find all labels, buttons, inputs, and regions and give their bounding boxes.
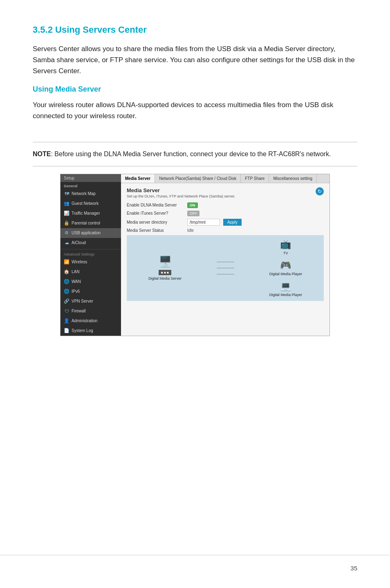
sidebar-item-vpn-server[interactable]: 🔗 VPN Server — [61, 296, 121, 306]
diagram-device-tv: 📺 TV — [280, 239, 291, 255]
itunes-toggle[interactable]: OFF — [187, 211, 199, 216]
sidebar-item-wireless[interactable]: 📶 Wireless — [61, 257, 121, 267]
note-text: NOTE: Before using the DLNA Media Server… — [33, 149, 357, 159]
note-box: NOTE: Before using the DLNA Media Server… — [33, 142, 357, 166]
media-player-1-label: Digital Media Player — [269, 272, 302, 276]
server-device-icon: 🖥️ — [159, 255, 172, 267]
diagram-left-device: 🖥️ ■ ■ ■ Digital Media Server — [148, 255, 182, 281]
sidebar-item-label: Firewall — [72, 309, 85, 313]
status-value: Idle — [187, 228, 194, 233]
page-number: 35 — [350, 565, 357, 572]
wireless-icon: 📶 — [64, 259, 69, 265]
directory-input[interactable] — [187, 219, 220, 226]
tab-samba-share[interactable]: Network Place(Samba) Share / Cloud Disk — [155, 174, 241, 183]
status-label: Media Server Status — [127, 228, 184, 233]
sidebar-item-traffic-manager[interactable]: 📊 Traffic Manager — [61, 209, 121, 218]
left-device-label: Digital Media Server — [148, 276, 182, 281]
bottom-rule — [0, 555, 390, 555]
sidebar-item-label: Traffic Manager — [72, 211, 100, 215]
sidebar-item-usb-application[interactable]: ⚙ USB application — [61, 228, 121, 238]
dlna-toggle[interactable]: ON — [187, 202, 198, 208]
tv-label: TV — [283, 251, 288, 255]
sidebar-divider — [61, 249, 121, 249]
itunes-label: Enable iTunes Server? — [127, 211, 184, 215]
administration-icon: 👤 — [64, 318, 69, 324]
dlna-form-row: Enable DLNA Media Server ON — [127, 202, 324, 208]
sidebar-item-label: AiCloud — [72, 240, 86, 245]
sidebar-general-group: General — [61, 182, 121, 189]
tab-media-server[interactable]: Media Server — [121, 174, 155, 183]
sidebar-setup-label: Setup — [61, 174, 121, 182]
network-map-icon: 🗺 — [64, 191, 69, 197]
directory-form-row: Media server directory Apply — [127, 219, 324, 226]
usb-application-icon: ⚙ — [64, 230, 69, 236]
sidebar-item-firewall[interactable]: 🛡 Firewall — [61, 306, 121, 316]
dlna-label: Enable DLNA Media Server — [127, 203, 184, 207]
parental-control-icon: 🔒 — [64, 220, 69, 226]
sidebar-item-label: Network Map — [72, 191, 96, 196]
refresh-button[interactable]: ↻ — [316, 187, 324, 195]
using-media-server-heading: Using Media Server — [33, 85, 357, 94]
sidebar-item-parental-control[interactable]: 🔒 Parental control — [61, 218, 121, 228]
sidebar-item-aicloud[interactable]: ☁ AiCloud — [61, 238, 121, 248]
system-log-icon: 📄 — [64, 328, 69, 334]
media-player-1-icon: 🎮 — [280, 260, 291, 271]
sidebar-item-network-map[interactable]: 🗺 Network Map — [61, 189, 121, 199]
note-label: NOTE — [33, 150, 51, 157]
panel-title: Media Server — [127, 187, 235, 193]
sidebar-item-label: Wireless — [72, 260, 87, 264]
sidebar-item-wan[interactable]: 🌐 WAN — [61, 277, 121, 287]
status-form-row: Media Server Status Idle — [127, 228, 324, 233]
vpn-icon: 🔗 — [64, 298, 69, 304]
sidebar-item-guest-network[interactable]: 👥 Guest Network — [61, 199, 121, 209]
router-ui-screenshot: Setup General 🗺 Network Map 👥 Guest Netw… — [60, 174, 330, 336]
diagram-right-devices: 📺 TV 🎮 Digital Media Player 💻 Digital Me… — [269, 239, 302, 297]
panel-subtitle: Set up the DLNA, iTunes, FTP and Network… — [127, 194, 235, 198]
wan-icon: 🌐 — [64, 279, 69, 285]
aicloud-icon: ☁ — [64, 240, 69, 246]
sidebar-item-label: VPN Server — [72, 299, 93, 303]
traffic-manager-icon: 📊 — [64, 211, 69, 216]
lan-icon: 🏠 — [64, 269, 69, 275]
sidebar-item-label: IPv6 — [72, 289, 80, 294]
tab-ftp-share[interactable]: FTP Share — [241, 174, 269, 183]
sidebar-item-label: System Log — [72, 328, 93, 333]
guest-network-icon: 👥 — [64, 201, 69, 206]
sidebar-item-label: LAN — [72, 269, 79, 274]
sidebar-item-label: Administration — [72, 319, 97, 323]
main-content: Media Server Network Place(Samba) Share … — [121, 174, 329, 336]
tv-icon: 📺 — [280, 239, 291, 250]
sidebar-item-system-log[interactable]: 📄 System Log — [61, 326, 121, 336]
section-title: 3.5.2 Using Servers Center — [33, 25, 357, 35]
sidebar: Setup General 🗺 Network Map 👥 Guest Netw… — [61, 174, 121, 336]
media-player-2-label: Digital Media Player — [269, 293, 302, 297]
sidebar-item-label: Guest Network — [72, 201, 99, 206]
ipv6-icon: 🌐 — [64, 289, 69, 294]
firewall-icon: 🛡 — [64, 308, 69, 314]
itunes-form-row: Enable iTunes Server? OFF — [127, 211, 324, 216]
diagram-device-media-player-1: 🎮 Digital Media Player — [269, 260, 302, 276]
note-content: : Before using the DLNA Media Server fun… — [51, 150, 331, 157]
sidebar-item-administration[interactable]: 👤 Administration — [61, 316, 121, 326]
diagram-area: 🖥️ ■ ■ ■ Digital Media Server ────── ───… — [127, 235, 324, 301]
directory-label: Media server directory — [127, 220, 184, 224]
sidebar-item-label: USB application — [72, 231, 101, 235]
diagram-device-media-player-2: 💻 Digital Media Player — [269, 281, 302, 297]
sidebar-item-label: WAN — [72, 279, 81, 284]
apply-button[interactable]: Apply — [223, 219, 242, 226]
media-server-panel: Media Server Set up the DLNA, iTunes, FT… — [121, 183, 329, 305]
server-label-bar: ■ ■ ■ — [161, 271, 169, 274]
sidebar-item-ipv6[interactable]: 🌐 IPv6 — [61, 287, 121, 296]
connection-lines: ────── ────── ────── — [217, 260, 234, 276]
sub-paragraph: Your wireless router allows DLNA-support… — [33, 99, 357, 121]
media-player-2-icon: 💻 — [280, 281, 291, 292]
sidebar-item-label: Parental control — [72, 221, 100, 225]
sidebar-item-lan[interactable]: 🏠 LAN — [61, 267, 121, 277]
tab-misc-settings[interactable]: Miscellaneous setting — [269, 174, 317, 183]
intro-paragraph: Servers Center allows you to share the m… — [33, 43, 357, 77]
sidebar-adv-label: Advanced Settings — [61, 251, 121, 257]
tab-bar: Media Server Network Place(Samba) Share … — [121, 174, 329, 183]
